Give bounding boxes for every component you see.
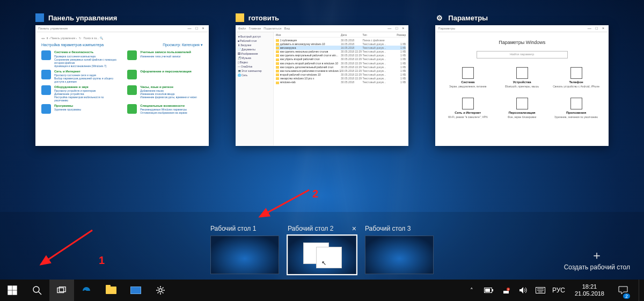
window-title: готовить [248, 14, 279, 22]
explorer-button[interactable] [99, 280, 123, 301]
window-title: Параметры [448, 14, 488, 22]
virtual-desktops-strip: Рабочий стол 1 Рабочий стол 2× ↖ Рабочий… [0, 212, 644, 280]
svg-rect-13 [485, 289, 490, 292]
svg-rect-2 [8, 286, 12, 290]
annotation-number-2: 2 [312, 188, 318, 200]
window-title: Панель управления [48, 14, 117, 22]
virtual-desktop-label: Рабочий стол 2 [288, 225, 333, 232]
svg-rect-5 [13, 291, 17, 295]
volume-icon[interactable] [518, 287, 529, 294]
battery-icon[interactable] [484, 288, 494, 293]
show-desktop-button[interactable] [639, 280, 642, 301]
window-thumbnail: Панель управления— □ × ◂ ▸ ⬆ › Панель уп… [35, 25, 209, 146]
virtual-desktop-label: Рабочий стол 1 [210, 225, 256, 232]
window-thumbnail: Файл Главная Поделиться Вид— □ × ★ Быстр… [236, 25, 409, 146]
svg-rect-12 [492, 289, 493, 291]
virtual-desktop-3[interactable]: Рабочий стол 3 [365, 225, 434, 274]
svg-rect-4 [8, 291, 12, 295]
control-panel-taskbar-button[interactable] [123, 280, 148, 301]
virtual-desktop-1[interactable]: Рабочий стол 1 [210, 225, 279, 274]
action-center-button[interactable]: 2 [614, 280, 632, 301]
control-panel-icon [130, 287, 141, 294]
settings-taskbar-button[interactable] [148, 280, 173, 301]
close-desktop-button[interactable]: × [352, 225, 356, 232]
svg-point-6 [33, 287, 39, 292]
keyboard-icon[interactable] [535, 287, 546, 293]
clock-time: 18:21 [575, 283, 604, 290]
svg-line-7 [39, 292, 41, 295]
svg-text:×: × [507, 288, 509, 291]
taskview-window-explorer[interactable]: готовить Файл Главная Поделиться Вид— □ … [236, 13, 409, 146]
notification-badge: 2 [623, 293, 630, 299]
folder-icon [106, 287, 116, 294]
svg-rect-14 [503, 291, 509, 293]
clock[interactable]: 18:21 21.05.2018 [572, 283, 608, 297]
new-desktop-button[interactable]: ＋ Создать рабочий стол [564, 249, 630, 271]
taskbar: ˄ × РУС 18:21 21.05.2018 2 [0, 280, 644, 301]
tray-chevron-icon[interactable]: ˄ [466, 287, 477, 294]
taskview-windows: Панель управления Панель управления— □ ×… [35, 13, 609, 146]
new-desktop-label: Создать рабочий стол [564, 263, 630, 271]
svg-rect-3 [13, 286, 17, 290]
folder-icon [236, 13, 244, 22]
language-indicator[interactable]: РУС [552, 287, 565, 294]
search-button[interactable] [25, 280, 49, 301]
virtual-desktop-2[interactable]: Рабочий стол 2× ↖ [288, 225, 356, 274]
gear-icon: ⚙ [435, 13, 444, 22]
start-button[interactable] [0, 280, 25, 301]
edge-button[interactable] [74, 280, 99, 301]
taskview-window-settings[interactable]: ⚙ Параметры Параметры— □ × Параметры Win… [435, 13, 609, 146]
task-view-button[interactable] [49, 280, 74, 301]
window-thumbnail: Параметры— □ × Параметры Windows Найти п… [435, 25, 609, 146]
virtual-desktop-label: Рабочий стол 3 [365, 225, 411, 232]
control-panel-icon [35, 13, 44, 22]
clock-date: 21.05.2018 [575, 290, 604, 297]
svg-point-10 [159, 289, 162, 292]
network-icon[interactable]: × [501, 287, 511, 293]
plus-icon: ＋ [564, 249, 630, 261]
taskview-window-control-panel[interactable]: Панель управления Панель управления— □ ×… [35, 13, 209, 146]
annotation-number-1: 1 [99, 254, 105, 267]
